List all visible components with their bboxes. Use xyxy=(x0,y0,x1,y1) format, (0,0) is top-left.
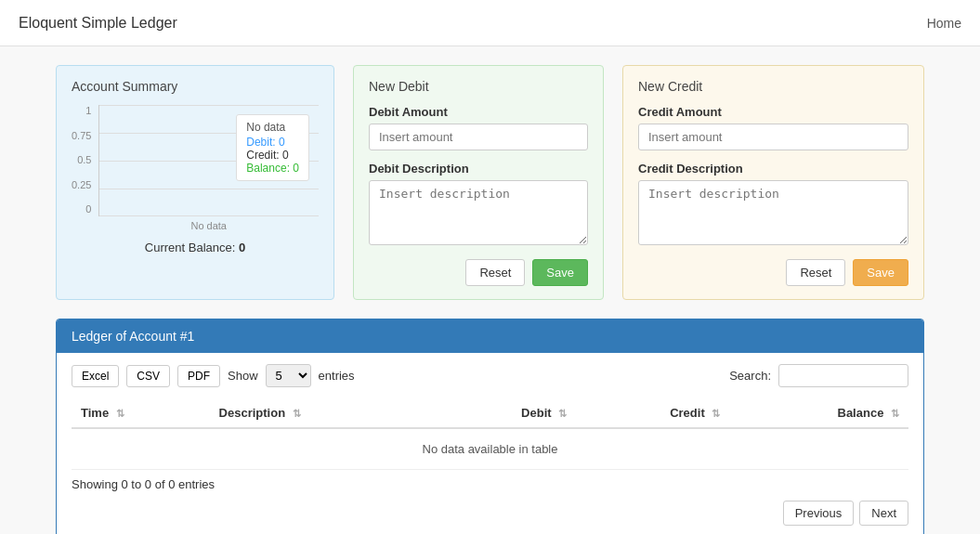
debit-form-actions: Reset Save xyxy=(369,259,588,286)
search-label: Search: xyxy=(729,369,771,383)
credit-amount-input[interactable] xyxy=(638,124,908,150)
new-debit-title: New Debit xyxy=(369,79,588,94)
col-time[interactable]: Time ⇅ xyxy=(72,398,210,428)
entries-label: entries xyxy=(319,369,355,383)
account-summary-card: Account Summary 1 0.75 0.5 0.25 0 xyxy=(56,65,334,300)
table-header-row: Time ⇅ Description ⇅ Debit ⇅ Credit xyxy=(72,398,908,428)
chart-line-75 xyxy=(99,189,319,189)
search-input[interactable] xyxy=(778,364,908,387)
ledger-header: Ledger of Account #1 xyxy=(57,319,923,353)
legend-debit: Debit: 0 xyxy=(246,136,299,149)
col-balance[interactable]: Balance ⇅ xyxy=(729,398,908,428)
next-button[interactable]: Next xyxy=(859,501,908,526)
ledger-table: Time ⇅ Description ⇅ Debit ⇅ Credit xyxy=(72,398,908,470)
new-credit-card: New Credit Credit Amount Credit Descript… xyxy=(622,65,924,300)
debit-reset-button[interactable]: Reset xyxy=(465,259,525,286)
sort-time-icon: ⇅ xyxy=(116,408,124,420)
debit-save-button[interactable]: Save xyxy=(532,259,588,286)
new-debit-card: New Debit Debit Amount Debit Description… xyxy=(353,65,604,300)
show-label: Show xyxy=(228,369,258,383)
table-header: Time ⇅ Description ⇅ Debit ⇅ Credit xyxy=(72,398,908,428)
cards-row: Account Summary 1 0.75 0.5 0.25 0 xyxy=(56,65,924,300)
credit-save-button[interactable]: Save xyxy=(853,259,908,286)
y-label-025: 0.25 xyxy=(72,179,91,190)
account-summary-title: Account Summary xyxy=(72,79,319,94)
ledger-body: Excel CSV PDF Show 5 10 25 50 entries Se… xyxy=(57,353,923,534)
csv-button[interactable]: CSV xyxy=(126,365,170,387)
sort-credit-icon: ⇅ xyxy=(712,408,720,420)
app-brand: Eloquent Simple Ledger xyxy=(19,15,177,32)
credit-description-input[interactable] xyxy=(638,180,908,245)
chart-inner: No data Debit: 0 Credit: 0 Balance: xyxy=(98,105,319,231)
no-data-cell: No data available in table xyxy=(72,428,908,470)
credit-amount-label: Credit Amount xyxy=(638,105,908,119)
pagination: Previous Next xyxy=(72,501,908,526)
chart-area: 1 0.75 0.5 0.25 0 No data xyxy=(72,105,319,231)
chart-x-label: No data xyxy=(98,220,319,231)
excel-button[interactable]: Excel xyxy=(72,365,119,387)
chart-legend: No data Debit: 0 Credit: 0 Balance: xyxy=(236,114,309,181)
legend-credit: Credit: 0 xyxy=(246,149,299,162)
no-data-row: No data available in table xyxy=(72,428,908,470)
y-label-1: 1 xyxy=(72,105,91,116)
pdf-button[interactable]: PDF xyxy=(177,365,220,387)
debit-description-input[interactable] xyxy=(369,180,588,245)
chart-line-top xyxy=(99,105,319,106)
nav-home-link[interactable]: Home xyxy=(927,16,961,31)
y-label-0: 0 xyxy=(72,203,91,215)
col-debit[interactable]: Debit ⇅ xyxy=(433,398,576,428)
navbar: Eloquent Simple Ledger Home xyxy=(0,0,980,46)
col-description[interactable]: Description ⇅ xyxy=(210,398,434,428)
debit-description-label: Debit Description xyxy=(369,162,588,176)
col-credit[interactable]: Credit ⇅ xyxy=(576,398,729,428)
sort-balance-icon: ⇅ xyxy=(891,408,899,420)
debit-amount-label: Debit Amount xyxy=(369,105,588,119)
legend-no-data: No data xyxy=(246,121,299,134)
credit-description-label: Credit Description xyxy=(638,162,908,176)
sort-description-icon: ⇅ xyxy=(293,408,301,420)
ledger-section: Ledger of Account #1 Excel CSV PDF Show … xyxy=(56,319,924,534)
sort-debit-icon: ⇅ xyxy=(558,408,567,420)
debit-amount-input[interactable] xyxy=(369,124,588,150)
table-body: No data available in table xyxy=(72,428,908,470)
current-balance: Current Balance: 0 xyxy=(72,241,319,254)
showing-info: Showing 0 to 0 of 0 entries xyxy=(72,477,908,491)
table-controls: Excel CSV PDF Show 5 10 25 50 entries Se… xyxy=(72,364,908,387)
chart-lines: No data Debit: 0 Credit: 0 Balance: xyxy=(98,105,319,216)
chart-yaxis: 1 0.75 0.5 0.25 0 xyxy=(72,105,91,216)
credit-form-actions: Reset Save xyxy=(638,259,908,286)
chart-line-bottom xyxy=(99,215,319,216)
credit-reset-button[interactable]: Reset xyxy=(786,259,845,286)
new-credit-title: New Credit xyxy=(638,79,908,94)
y-label-075: 0.75 xyxy=(72,130,91,141)
previous-button[interactable]: Previous xyxy=(783,501,855,526)
legend-balance: Balance: 0 xyxy=(246,162,299,175)
y-label-05: 0.5 xyxy=(72,154,91,165)
search-area: Search: xyxy=(729,364,908,387)
main-content: Account Summary 1 0.75 0.5 0.25 0 xyxy=(0,46,980,534)
show-select[interactable]: 5 10 25 50 xyxy=(266,364,311,387)
